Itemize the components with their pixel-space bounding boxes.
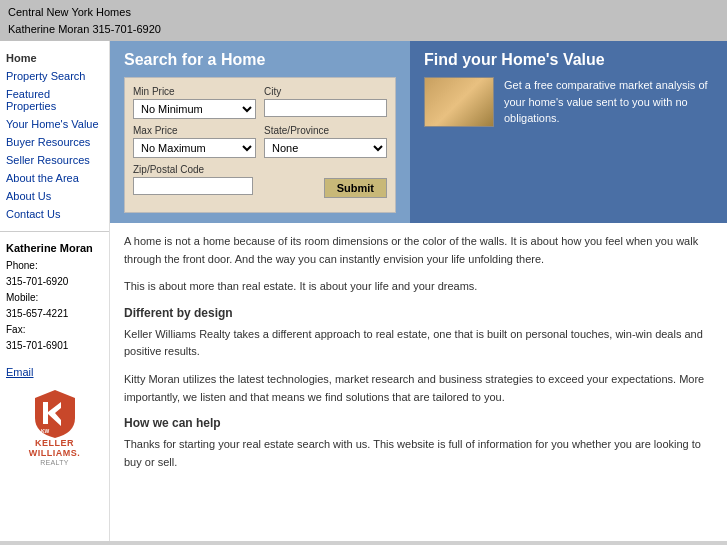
section1-para2: Kitty Moran utilizes the latest technolo… (124, 371, 713, 406)
nav-item-seller-resources[interactable]: Seller Resources (0, 151, 109, 169)
nav-item-home[interactable]: Home (0, 49, 109, 67)
min-price-label: Min Price (133, 86, 256, 97)
city-label: City (264, 86, 387, 97)
section2-para1: Thanks for starting your real estate sea… (124, 436, 713, 471)
nav-item-about-the-area[interactable]: About the Area (0, 169, 109, 187)
search-submit-button[interactable]: Submit (324, 178, 387, 198)
nav-item-featured-properties[interactable]: Featured Properties (0, 85, 109, 115)
nav-item-buyer-resources[interactable]: Buyer Resources (0, 133, 109, 151)
find-value-title: Find your Home's Value (424, 51, 713, 69)
svg-rect-0 (43, 402, 48, 424)
min-price-select[interactable]: No Minimum $50,000 $100,000 $150,000 $20… (133, 99, 256, 119)
max-price-select[interactable]: No Maximum $200,000 $300,000 $500,000 (133, 138, 256, 158)
brand-name: KELLER WILLIAMS. (29, 438, 81, 460)
zip-label: Zip/Postal Code (133, 164, 316, 175)
agent-phone: 315-701-6920 (6, 274, 103, 290)
mobile-label: Mobile: (6, 290, 103, 306)
max-price-label: Max Price (133, 125, 256, 136)
agent-name: Katherine Moran (6, 240, 103, 258)
agent-header: Katherine Moran 315-701-6920 (8, 21, 719, 38)
fax-label: Fax: (6, 322, 103, 338)
agent-fax: 315-701-6901 (6, 338, 103, 354)
email-link[interactable]: Email (0, 362, 109, 382)
section2-title: How we can help (124, 416, 713, 430)
site-title: Central New York Homes (8, 4, 719, 21)
nav-item-property-search[interactable]: Property Search (0, 67, 109, 85)
find-value-description: Get a free comparative market analysis o… (504, 77, 713, 127)
state-label: State/Province (264, 125, 387, 136)
agent-mobile: 315-657-4221 (6, 306, 103, 322)
search-title: Search for a Home (124, 51, 396, 69)
city-input[interactable] (264, 99, 387, 117)
brand-sub: REALTY (40, 459, 69, 466)
nav-item-contact-us[interactable]: Contact Us (0, 205, 109, 223)
nav-item-about-us[interactable]: About Us (0, 187, 109, 205)
body-para1: A home is not a home because of its room… (124, 233, 713, 268)
section1-para1: Keller Williams Realty takes a different… (124, 326, 713, 361)
home-thumbnail (424, 77, 494, 127)
section1-title: Different by design (124, 306, 713, 320)
phone-label: Phone: (6, 258, 103, 274)
nav-item-your-home's-value[interactable]: Your Home's Value (0, 115, 109, 133)
svg-text:KW: KW (41, 428, 50, 434)
kw-logo: KW KELLER WILLIAMS. REALTY (0, 382, 109, 473)
body-para2: This is about more than real estate. It … (124, 278, 713, 296)
state-select[interactable]: None NY NJ (264, 138, 387, 158)
zip-input[interactable] (133, 177, 253, 195)
